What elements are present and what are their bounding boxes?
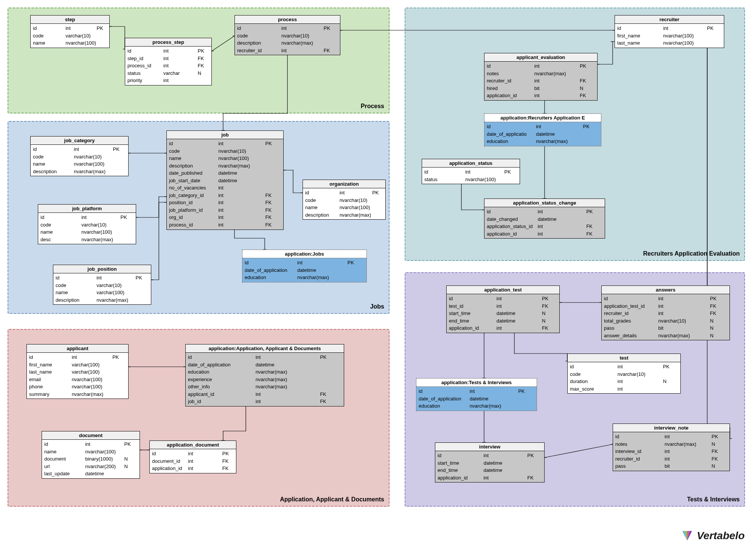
col-name: code — [33, 154, 74, 160]
col-name: job_start_date — [169, 177, 218, 184]
col-name: id — [33, 25, 65, 32]
vertabelo-text: Vertabelo — [697, 530, 745, 542]
col-type: int — [497, 295, 542, 302]
col-key — [265, 170, 281, 177]
col-type: varchar(100) — [96, 289, 135, 296]
entity-application_app[interactable]: application:Application, Applicant & Doc… — [185, 344, 344, 406]
col-name: email — [29, 376, 72, 383]
column-row: date_of_applicationdatetime — [186, 361, 344, 369]
col-key: N — [198, 70, 209, 77]
col-type: int — [163, 48, 198, 54]
entity-answers[interactable]: answersidintPKapplication_test_idintFKre… — [601, 285, 730, 340]
col-type: int — [281, 47, 324, 54]
entity-interview_note[interactable]: interview_noteidintPKnotesnvarchar(max)N… — [613, 423, 730, 471]
column-row: recruiter_idintFK — [613, 455, 730, 463]
entity-application_status_change[interactable]: application_status_changeidintPKdate_cha… — [484, 199, 605, 239]
col-key: PK — [112, 354, 126, 361]
entity-header: step — [31, 16, 109, 24]
col-name: name — [33, 40, 65, 47]
col-key — [518, 396, 534, 402]
entity-application_test[interactable]: application_testidintPKtest_idintFKstart… — [446, 285, 560, 333]
col-type: int — [536, 123, 583, 130]
entity-step[interactable]: stepidintPKcodevarchar(10)namenvarchar(1… — [30, 15, 110, 48]
col-name: org_id — [169, 214, 218, 221]
entity-document[interactable]: documentidintPKnamenvarchar(100)document… — [42, 431, 140, 479]
entity-job[interactable]: jobidintPKcodenvarchar(10)namenvarchar(1… — [166, 130, 284, 230]
col-key: PK — [265, 140, 281, 147]
entity-test[interactable]: testidintPKcodenvarchar(10)durationintNm… — [567, 354, 681, 394]
entity-process_step[interactable]: process_stepidintPKstep_idintFKprocess_i… — [125, 38, 212, 85]
col-type: nvarchar(max) — [281, 40, 324, 47]
entity-body: idintPKcodenvarchar(10)namenvarchar(100)… — [167, 139, 283, 230]
col-name: date_of_application — [188, 361, 256, 368]
col-type: nvarchar(10) — [74, 154, 113, 160]
col-type: bit — [664, 463, 711, 470]
entity-application_jobs[interactable]: application:JobsidintPKdate_of_applicati… — [242, 250, 367, 282]
col-name: duration — [570, 378, 618, 385]
column-row: start_timedatetimeN — [447, 310, 559, 317]
entity-job_position[interactable]: job_positionidintPKcodevarchar(10)nameva… — [53, 265, 151, 305]
col-name: end_time — [438, 467, 483, 474]
entity-job_category[interactable]: job_categoryidintPKcodenvarchar(10)namen… — [30, 136, 129, 176]
col-name: last_name — [617, 40, 663, 47]
col-type: int — [163, 77, 198, 84]
column-row: max_scoreint — [568, 385, 680, 393]
col-key: FK — [712, 456, 727, 462]
col-type: nvarchar(100) — [81, 229, 120, 236]
column-row: namenvarchar(100) — [38, 228, 136, 236]
column-row: idintPK — [484, 62, 597, 70]
entity-applicant[interactable]: applicantidintPKfirst_namevarchar(100)la… — [26, 344, 129, 399]
col-type: nvarchar(100) — [74, 161, 113, 168]
column-row: codenvarchar(10) — [568, 371, 680, 378]
entity-recruiter[interactable]: recruiteridintPKfirst_namenvarchar(100)l… — [615, 15, 724, 48]
col-type: nvarchar(max) — [256, 376, 320, 383]
entity-process[interactable]: processidintPKcodenvarchar(10)descriptio… — [234, 15, 340, 55]
col-key — [113, 161, 126, 168]
col-key: PK — [580, 63, 595, 70]
col-key: PK — [505, 169, 517, 175]
column-row: notesnvarchar(max) — [484, 70, 597, 78]
col-key — [136, 289, 149, 296]
column-row: process_idintFK — [167, 221, 283, 229]
col-name: interview_id — [615, 448, 664, 455]
col-name: code — [40, 222, 81, 228]
column-row: last_namevarchar(100) — [27, 368, 128, 376]
column-row: date_of_applicationdatetime — [416, 395, 537, 403]
col-type: int — [664, 433, 711, 440]
col-type: nvarchar(100) — [85, 448, 124, 455]
entity-application_document[interactable]: application_documentidintPKdocument_idin… — [149, 441, 236, 473]
column-row: codevarchar(10) — [31, 32, 109, 40]
column-row: total_gradesnvarchar(10)N — [602, 317, 730, 325]
col-type: nvarchar(100) — [663, 33, 707, 39]
col-key: PK — [348, 259, 364, 266]
column-row: codenvarchar(10) — [31, 153, 128, 161]
column-row: idintPK — [484, 123, 601, 130]
entity-interview[interactable]: interviewidintPKstart_timedatetimeend_ti… — [435, 442, 545, 482]
col-key — [265, 177, 281, 184]
entity-job_platform[interactable]: job_platformidintPKcodevarchar(10)namenv… — [38, 204, 136, 244]
entity-applicant_evaluation[interactable]: applicant_evaluationidintPKnotesnvarchar… — [484, 53, 598, 101]
entity-body: idintPKstep_idintFKprocess_idintFKstatus… — [125, 47, 211, 85]
entity-application_rec[interactable]: application:Recruiters Application Eidin… — [484, 113, 601, 146]
col-type: nvarchar(100) — [218, 155, 265, 162]
entity-organization[interactable]: organizationidintPKcodenvarchar(10)namen… — [303, 180, 386, 220]
col-name: document — [44, 456, 85, 462]
col-name: desc — [40, 236, 81, 243]
col-type: datetime — [218, 177, 265, 184]
col-type: int — [218, 222, 265, 228]
col-name: answer_details — [604, 332, 658, 339]
vertabelo-icon — [681, 529, 694, 542]
col-name: id — [305, 189, 340, 196]
column-row: application_idintFK — [484, 230, 605, 238]
col-key: FK — [712, 448, 727, 455]
entity-application_tests[interactable]: application:Tests & InterviewsidintPKdat… — [416, 378, 537, 411]
column-row: application_idintFK — [447, 324, 559, 332]
col-key — [372, 212, 383, 219]
col-key — [265, 185, 281, 191]
col-key: N — [542, 310, 557, 317]
column-row: idintPK — [435, 452, 544, 459]
col-name: code — [237, 33, 281, 39]
col-key — [124, 470, 137, 477]
col-type: int — [664, 448, 711, 455]
entity-application_status[interactable]: application_statusidintPKstatusnvarchar(… — [422, 159, 520, 184]
